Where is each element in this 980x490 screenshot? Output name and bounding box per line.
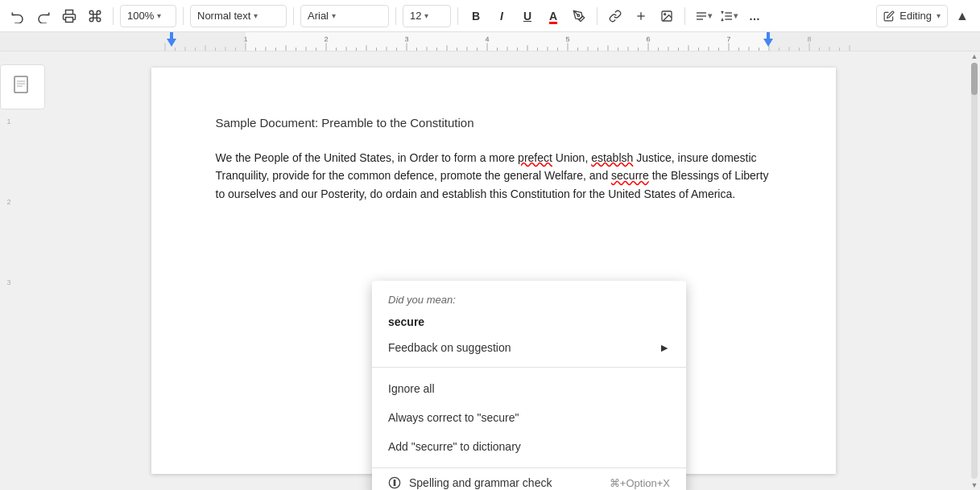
highlight-button[interactable] [568,5,590,27]
spelling-check-item[interactable]: Spelling and grammar check ⌘+Option+X [372,467,686,490]
italic-button[interactable]: I [490,5,513,27]
suggestion-section: Did you mean: secure Feedback on suggest… [372,281,686,367]
did-you-mean-label: Did you mean: [372,287,686,309]
font-dropdown[interactable]: Arial ▾ [300,5,389,27]
ignore-all-item[interactable]: Ignore all [372,374,686,403]
sep6 [597,7,598,25]
more-options-button[interactable]: … [743,5,766,27]
scroll-down-arrow[interactable]: ▼ [970,480,979,490]
svg-marker-16 [167,39,176,47]
svg-marker-18 [763,39,773,47]
misspelled-establsh: establsh [591,151,633,164]
svg-line-13 [721,11,722,12]
bold-button[interactable]: B [465,5,487,27]
spell-shortcut: ⌘+Option+X [610,477,670,489]
right-scrollbar[interactable]: ▲ ▼ [969,51,980,490]
edit-caret: ▾ [937,11,941,20]
add-to-dict-item[interactable]: Add "securre" to dictionary [372,432,686,461]
always-correct-item[interactable]: Always correct to "secure" [372,403,686,432]
ls-caret: ▾ [734,11,738,20]
document-area[interactable]: Sample Document: Preamble to the Constit… [18,51,969,490]
sep4 [395,7,396,25]
line-spacing-button[interactable]: ▾ [717,5,740,27]
underline-button[interactable]: U [516,5,539,27]
sep1 [113,7,114,25]
paint-format-button[interactable] [84,5,106,27]
font-caret: ▾ [332,11,336,20]
misspelled-securre: securre [611,169,649,182]
redo-button[interactable] [32,5,55,27]
sep5 [457,7,458,25]
edit-label: Editing [899,10,932,22]
spell-check-icon [388,476,401,489]
font-size-dropdown[interactable]: 12 ▾ [403,5,451,27]
main-area: 1 2 3 Sample Document: Preamble to the C… [0,51,980,490]
style-caret: ▾ [254,11,258,20]
print-button[interactable] [58,5,81,27]
sep2 [183,7,184,25]
ruler [0,32,980,51]
size-caret: ▾ [424,11,428,20]
feedback-arrow: ► [659,341,670,354]
ruler-marker-right [761,32,775,51]
align-caret: ▾ [708,11,712,20]
zoom-dropdown[interactable]: 100% ▾ [120,5,176,27]
page-num-2: 2 [6,196,10,277]
zoom-caret: ▾ [157,11,161,20]
toolbar: 100% ▾ Normal text ▾ Arial ▾ 12 ▾ B I U … [0,0,980,32]
ruler-marker-left [164,32,179,51]
page-numbers: 1 2 3 [6,116,10,357]
svg-line-15 [721,19,722,20]
scroll-up-button[interactable]: ▲ [951,5,974,27]
align-button[interactable]: ▾ [692,5,714,27]
misspelled-prefect: prefect [518,151,552,164]
insert-button[interactable] [630,5,652,27]
font-value: Arial [308,10,329,22]
svg-point-5 [664,13,666,14]
image-button[interactable] [655,5,678,27]
page-num-3: 3 [6,277,10,357]
scroll-up-arrow[interactable]: ▲ [970,51,979,61]
page-num-1: 1 [6,116,10,196]
scroll-thumb[interactable] [971,63,978,95]
feedback-item[interactable]: Feedback on suggestion ► [372,335,686,360]
spell-check-label: Spelling and grammar check [409,476,552,489]
sep7 [684,7,685,25]
actions-section: Ignore all Always correct to "secure" Ad… [372,367,686,467]
suggestion-item[interactable]: secure [372,309,686,335]
svg-rect-19 [767,32,770,39]
font-color-label: A [549,10,557,23]
context-menu: Did you mean: secure Feedback on suggest… [372,281,686,490]
svg-rect-0 [66,17,73,22]
sep3 [293,7,294,25]
font-size-value: 12 [410,10,421,22]
undo-button[interactable] [6,5,29,27]
edit-button[interactable]: Editing ▾ [876,5,948,27]
svg-point-1 [577,14,580,17]
document-body: We the People of the United States, in O… [216,149,771,203]
zoom-value: 100% [127,10,154,22]
ruler-canvas [0,32,980,51]
feedback-label: Feedback on suggestion [388,341,511,354]
document-title: Sample Document: Preamble to the Constit… [216,116,771,130]
scroll-track[interactable] [971,63,978,479]
left-sidebar: 1 2 3 [0,51,18,490]
link-button[interactable] [604,5,626,27]
style-dropdown[interactable]: Normal text ▾ [190,5,287,27]
more-label: … [749,10,760,23]
style-value: Normal text [197,10,250,22]
font-color-button[interactable]: A [542,5,564,27]
svg-rect-17 [170,32,173,39]
